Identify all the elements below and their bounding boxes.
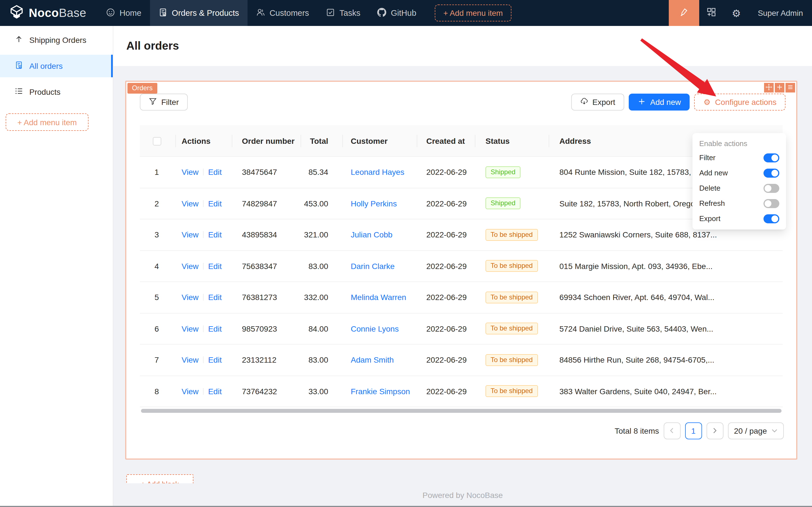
view-link[interactable]: View <box>182 324 198 333</box>
status-badge: To be shipped <box>485 323 538 335</box>
ui-editor-button[interactable] <box>669 0 699 26</box>
plugin-blocks-button[interactable] <box>699 0 724 26</box>
customer-link[interactable]: Holly Perkins <box>351 199 397 208</box>
cell-actions: ViewEdit <box>176 262 232 271</box>
view-link[interactable]: View <box>182 230 198 239</box>
cell-index: 4 <box>140 262 176 271</box>
sidebar-item-products[interactable]: Products <box>0 81 113 103</box>
pagination-page-1[interactable]: 1 <box>685 422 702 439</box>
pagination-total: Total 8 items <box>615 426 659 435</box>
bottom-edge-strip <box>0 506 812 507</box>
nav-item-orders-products[interactable]: Orders & Products <box>150 0 247 26</box>
customer-link[interactable]: Julian Cobb <box>351 230 393 239</box>
customer-link[interactable]: Frankie Simpson <box>351 387 410 396</box>
horizontal-scrollbar[interactable] <box>141 409 781 413</box>
add-new-button[interactable]: Add new <box>629 94 690 111</box>
table-row[interactable]: 5 ViewEdit 76381273 332.00 Melinda Warre… <box>140 282 783 313</box>
cell-order-number: 38475647 <box>232 168 301 177</box>
edit-link[interactable]: Edit <box>208 262 222 271</box>
nav-item-tasks[interactable]: Tasks <box>317 0 369 26</box>
powered-by-text: Powered by NocoBase <box>423 491 503 500</box>
blocks-icon <box>707 7 716 19</box>
table-row[interactable]: 4 ViewEdit 75638347 83.00 Darin Clarke 2… <box>140 251 783 282</box>
table-row[interactable]: 2 ViewEdit 74829847 453.00 Holly Perkins… <box>140 188 783 219</box>
dropdown-item-export[interactable]: Export <box>692 211 786 226</box>
dropdown-item-add-new[interactable]: Add new <box>692 165 786 180</box>
toggle-filter[interactable] <box>763 153 779 162</box>
cell-total: 321.00 <box>301 230 343 239</box>
cell-index: 8 <box>140 387 176 396</box>
add-block-button[interactable]: + Add block <box>126 474 193 483</box>
nav-item-home[interactable]: Home <box>98 0 150 26</box>
customer-link[interactable]: Adam Smith <box>351 355 394 364</box>
status-badge: Shipped <box>485 198 520 210</box>
nav-item-customers[interactable]: Customers <box>247 0 317 26</box>
move-icon <box>765 83 772 92</box>
edit-link[interactable]: Edit <box>208 230 222 239</box>
table-row[interactable]: 1 ViewEdit 38475647 85.34 Leonard Hayes … <box>140 157 783 188</box>
sidebar-item-all-orders[interactable]: All orders <box>0 55 113 77</box>
user-menu[interactable]: Super Admin <box>749 0 812 26</box>
nav-item-github[interactable]: GitHub <box>369 0 425 26</box>
sidebar-item-shipping-orders[interactable]: Shipping Orders <box>0 29 113 51</box>
configure-actions-button[interactable]: ⚙ Configure actions <box>694 94 786 111</box>
toggle-refresh[interactable] <box>763 199 779 208</box>
view-link[interactable]: View <box>182 293 198 302</box>
filter-button[interactable]: Filter <box>140 94 188 111</box>
edit-link[interactable]: Edit <box>208 293 222 302</box>
cell-total: 332.00 <box>301 293 343 302</box>
edit-link[interactable]: Edit <box>208 199 222 208</box>
gear-icon: ⚙ <box>732 7 741 19</box>
status-badge: Shipped <box>485 166 520 178</box>
select-all-checkbox[interactable] <box>153 137 161 146</box>
cell-created-at: 2022-06-29 <box>417 199 475 208</box>
drag-handle[interactable] <box>764 83 774 93</box>
view-link[interactable]: View <box>182 262 198 271</box>
toggle-add-new[interactable] <box>763 168 779 177</box>
customer-link[interactable]: Melinda Warren <box>351 293 406 302</box>
block-add-button[interactable] <box>775 83 785 93</box>
edit-link[interactable]: Edit <box>208 387 222 396</box>
block-designer-toolbar <box>764 83 795 93</box>
export-button[interactable]: Export <box>571 94 624 111</box>
table-row[interactable]: 6 ViewEdit 98570923 84.00 Connie Lyons 2… <box>140 313 783 345</box>
edit-link[interactable]: Edit <box>208 355 222 364</box>
customer-link[interactable]: Leonard Hayes <box>351 168 404 177</box>
customer-link[interactable]: Darin Clarke <box>351 262 395 271</box>
table-row[interactable]: 8 ViewEdit 73764232 33.00 Frankie Simpso… <box>140 376 783 407</box>
cell-actions: ViewEdit <box>176 199 232 208</box>
toggle-export[interactable] <box>763 214 779 223</box>
cell-index: 2 <box>140 199 176 208</box>
block-menu-button[interactable] <box>786 83 795 93</box>
edit-link[interactable]: Edit <box>208 324 222 333</box>
cell-status: To be shipped <box>475 386 549 397</box>
view-link[interactable]: View <box>182 355 198 364</box>
view-link[interactable]: View <box>182 168 198 177</box>
customer-link[interactable]: Connie Lyons <box>351 324 399 333</box>
dropdown-item-refresh[interactable]: Refresh <box>692 196 786 211</box>
page-size-select[interactable]: 20 / page <box>728 422 784 439</box>
view-link[interactable]: View <box>182 387 198 396</box>
table-row[interactable]: 7 ViewEdit 23132112 83.00 Adam Smith 202… <box>140 345 783 376</box>
dropdown-item-delete[interactable]: Delete <box>692 180 786 196</box>
view-link[interactable]: View <box>182 199 198 208</box>
top-navbar: NocoBase Home Orders & Products Customer… <box>0 0 812 26</box>
settings-button[interactable]: ⚙ <box>724 0 749 26</box>
edit-link[interactable]: Edit <box>208 168 222 177</box>
cell-created-at: 2022-06-29 <box>417 168 475 177</box>
column-header-status: Status <box>475 134 549 147</box>
toggle-delete[interactable] <box>763 183 779 192</box>
dropdown-item-filter[interactable]: Filter <box>692 150 786 165</box>
pagination-prev-button[interactable] <box>663 422 680 439</box>
cell-address: 015 Margie Mission, Apt. 093, 34936, Ebe… <box>549 262 783 271</box>
cell-order-number: 43895834 <box>232 230 301 239</box>
pagination-next-button[interactable] <box>706 422 723 439</box>
nocobase-logo[interactable]: NocoBase <box>0 0 98 26</box>
navbar-add-menu-item-button[interactable]: + Add menu item <box>435 4 512 21</box>
cell-index: 1 <box>140 168 176 177</box>
nocobase-logo-icon <box>9 4 24 21</box>
table-row[interactable]: 3 ViewEdit 43895834 321.00 Julian Cobb 2… <box>140 219 783 251</box>
block-collection-tag: Orders <box>127 83 157 94</box>
cell-index: 3 <box>140 230 176 239</box>
sidebar-add-menu-item-button[interactable]: + Add menu item <box>6 113 89 131</box>
